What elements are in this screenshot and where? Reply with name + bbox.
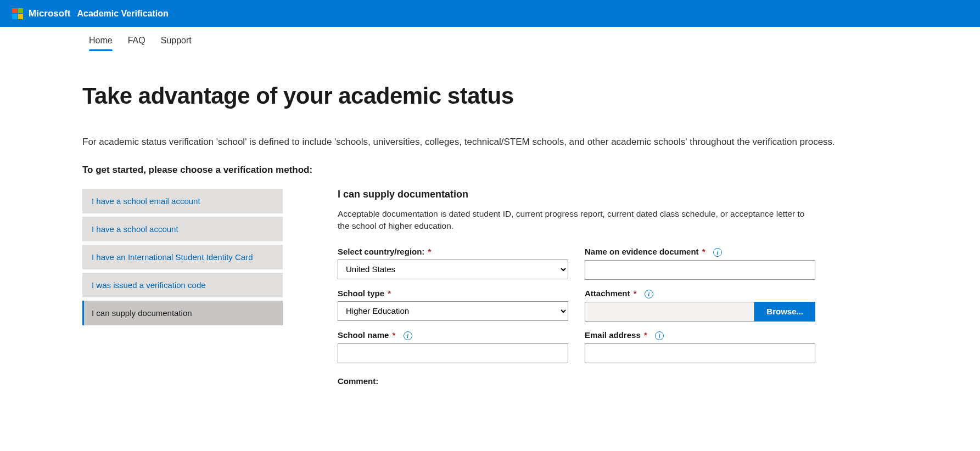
label-name-on-document-text: Name on evidence document <box>585 247 699 256</box>
required-asterisk: * <box>388 289 391 298</box>
verification-method-list: I have a school email account I have a s… <box>82 189 283 329</box>
page-title: Take advantage of your academic status <box>82 83 967 109</box>
field-school-name: School name * i <box>338 330 568 363</box>
tab-support[interactable]: Support <box>161 36 192 51</box>
browse-button[interactable]: Browse... <box>754 302 815 322</box>
label-school-name: School name * i <box>338 330 568 340</box>
form-description: Acceptable documentation is dated studen… <box>338 208 815 233</box>
field-name-on-document: Name on evidence document * i <box>585 247 815 280</box>
tab-faq[interactable]: FAQ <box>128 36 145 51</box>
required-asterisk: * <box>428 247 432 256</box>
method-school-email[interactable]: I have a school email account <box>82 189 283 213</box>
field-attachment: Attachment * i Browse... <box>585 289 815 322</box>
field-country: Select country/region: * United States <box>338 247 568 280</box>
required-asterisk: * <box>634 289 637 298</box>
info-icon[interactable]: i <box>645 290 653 298</box>
intro-text: For academic status verification 'school… <box>82 136 922 149</box>
field-comment: Comment: <box>338 372 568 386</box>
field-email: Email address * i <box>585 330 815 363</box>
brand-microsoft: Microsoft <box>29 8 71 19</box>
required-asterisk: * <box>644 330 647 340</box>
main-scroll-region[interactable]: Take advantage of your academic status F… <box>0 51 980 432</box>
top-bar: Microsoft Academic Verification <box>0 0 980 27</box>
required-asterisk: * <box>393 330 396 340</box>
input-name-on-document[interactable] <box>585 260 815 280</box>
label-school-type: School type * <box>338 289 568 298</box>
attachment-display <box>585 302 754 322</box>
label-school-type-text: School type <box>338 289 384 298</box>
input-email[interactable] <box>585 343 815 363</box>
label-email: Email address * i <box>585 330 815 340</box>
label-country: Select country/region: * <box>338 247 568 256</box>
info-icon[interactable]: i <box>404 331 412 340</box>
method-verification-code[interactable]: I was issued a verification code <box>82 273 283 297</box>
microsoft-logo-icon <box>12 8 23 19</box>
label-name-on-document: Name on evidence document * i <box>585 247 815 257</box>
label-attachment: Attachment * i <box>585 289 815 298</box>
choose-heading: To get started, please choose a verifica… <box>82 165 967 176</box>
method-school-account[interactable]: I have a school account <box>82 217 283 241</box>
required-asterisk: * <box>702 247 705 256</box>
label-comment: Comment: <box>338 376 568 386</box>
nav-tabbar: Home FAQ Support <box>0 27 980 51</box>
brand-app-name: Academic Verification <box>77 9 169 19</box>
field-school-type: School type * Higher Education <box>338 289 568 322</box>
documentation-form: I can supply documentation Acceptable do… <box>338 189 815 386</box>
select-country[interactable]: United States <box>338 260 568 279</box>
method-supply-documentation[interactable]: I can supply documentation <box>82 301 283 325</box>
info-icon[interactable]: i <box>713 248 722 257</box>
input-school-name[interactable] <box>338 343 568 363</box>
label-school-name-text: School name <box>338 330 389 340</box>
method-isic[interactable]: I have an International Student Identity… <box>82 245 283 269</box>
tab-home[interactable]: Home <box>89 36 113 51</box>
label-email-text: Email address <box>585 330 641 340</box>
label-attachment-text: Attachment <box>585 289 630 298</box>
form-title: I can supply documentation <box>338 189 815 200</box>
select-school-type[interactable]: Higher Education <box>338 301 568 321</box>
label-country-text: Select country/region: <box>338 247 424 256</box>
info-icon[interactable]: i <box>655 331 664 340</box>
